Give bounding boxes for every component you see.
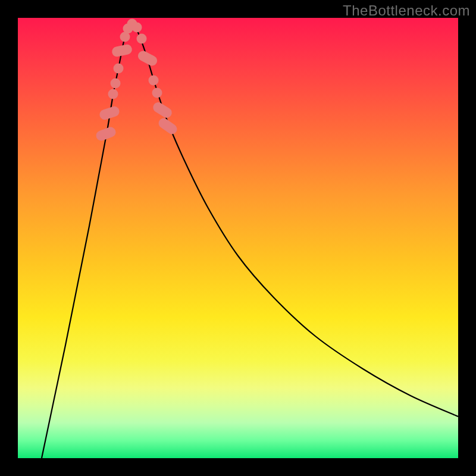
- bead-round: [111, 79, 121, 89]
- chart-frame: TheBottleneck.com: [0, 0, 476, 476]
- bead-long: [156, 116, 179, 136]
- bead-round: [149, 76, 159, 86]
- bead-long: [136, 49, 159, 68]
- bead-long: [111, 43, 133, 58]
- bead-long: [151, 101, 174, 120]
- bead-round: [114, 64, 124, 74]
- bead-round: [132, 23, 142, 33]
- bead-round: [137, 34, 147, 44]
- bead-round: [152, 88, 162, 98]
- bead-round: [108, 89, 118, 99]
- plot-area: [18, 18, 458, 458]
- bead-cluster: [95, 19, 179, 142]
- curve-svg: [18, 18, 458, 458]
- bottleneck-curve: [42, 24, 458, 458]
- watermark-text: TheBottleneck.com: [343, 2, 470, 19]
